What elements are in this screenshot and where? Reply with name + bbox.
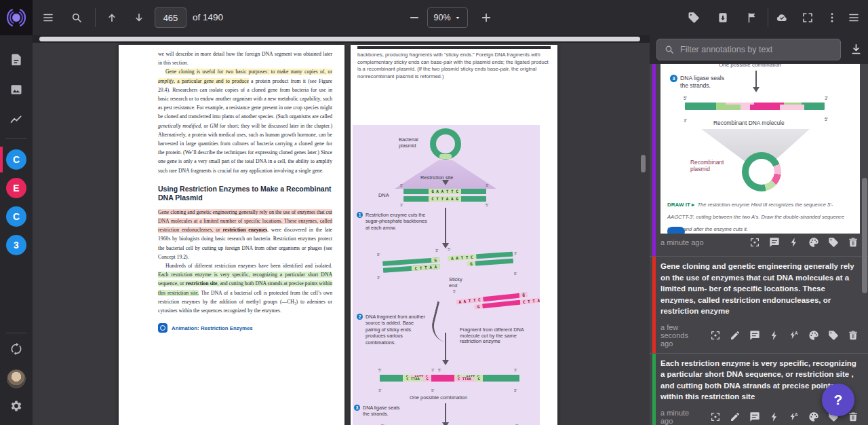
- tag-icon[interactable]: [828, 237, 839, 248]
- draw-it-text: The restriction enzyme Hind III recogniz…: [667, 202, 844, 232]
- fig-end-label: 3′: [514, 251, 517, 255]
- download-annotations-icon[interactable]: [850, 43, 863, 56]
- fig-plasmid-notch: [439, 154, 452, 159]
- thumbnails-icon[interactable]: [9, 83, 23, 96]
- fig-end-label: 5′: [431, 388, 434, 392]
- paragraph: Hundreds of different restriction enzyme…: [158, 261, 332, 315]
- zoom-out-icon[interactable]: [408, 12, 420, 24]
- animation-link[interactable]: Animation: Restriction Enzymes: [158, 323, 332, 333]
- horizontal-scrollbar-thumb[interactable]: [39, 37, 640, 41]
- comment-icon[interactable]: [769, 237, 780, 248]
- help-button[interactable]: ?: [822, 384, 854, 416]
- tag-icon[interactable]: [828, 330, 839, 341]
- chevron-down-icon: [454, 14, 462, 22]
- delete-annotation-icon[interactable]: [848, 411, 859, 422]
- sync-icon[interactable]: [9, 342, 23, 356]
- annotation-footer: a few seconds ago: [650, 320, 868, 353]
- sidebar-menu-icon[interactable]: [42, 12, 54, 24]
- user-avatar[interactable]: [7, 369, 26, 388]
- auto-flashcard-icon[interactable]: [789, 330, 800, 341]
- more-options-icon[interactable]: [826, 12, 838, 24]
- annotation-card-2[interactable]: Gene cloning and genetic engineering gen…: [650, 257, 868, 353]
- flashcard-icon[interactable]: [769, 411, 780, 422]
- color-palette-icon[interactable]: [808, 237, 819, 248]
- fig-end-label: 5′: [514, 388, 517, 392]
- figure-20-5: Bacterial plasmid Restriction site DNA 5…: [353, 125, 540, 425]
- draw-it-label: DRAW IT ▸: [667, 202, 694, 208]
- step-number: 1: [357, 212, 363, 218]
- color-palette-icon[interactable]: [808, 411, 819, 422]
- comment-icon[interactable]: [749, 411, 760, 422]
- mini-end-label: 3′: [825, 96, 828, 100]
- fig-end-label: 5′: [448, 247, 450, 251]
- delete-annotation-icon[interactable]: [848, 330, 859, 341]
- flashcard-icon[interactable]: [789, 237, 800, 248]
- zoom-in-icon[interactable]: [480, 12, 492, 24]
- paragraph: Gene cloning and genetic engineering gen…: [158, 208, 332, 261]
- fig-end-label: 3′: [435, 248, 438, 253]
- fig-end-label: 5′: [438, 368, 441, 372]
- color-palette-icon[interactable]: [808, 330, 819, 341]
- edit-annotation-icon[interactable]: [730, 330, 741, 341]
- avatar-label: 3: [14, 240, 19, 251]
- annotation-filter-input[interactable]: [680, 45, 833, 54]
- fig-end-label: 5′: [486, 203, 488, 207]
- document-outline-icon[interactable]: [9, 53, 23, 67]
- fig-seq-gaattc: G A A T T C: [429, 189, 461, 194]
- auto-flashcard-icon[interactable]: [789, 411, 800, 422]
- fig-end-label: 3′: [514, 368, 517, 372]
- pdf-page-left: we will describe in more detail how the …: [119, 45, 344, 425]
- collaborator-avatar-4[interactable]: 3: [6, 235, 26, 255]
- fullscreen-icon[interactable]: [802, 12, 814, 24]
- fig-end-label: 3′: [486, 183, 488, 187]
- search-icon: [664, 44, 675, 55]
- fig-end-label: 3′: [378, 388, 381, 392]
- flashcard-icon[interactable]: [769, 330, 780, 341]
- fig-end-label: 3′: [400, 203, 403, 207]
- zoom-level-dropdown[interactable]: 90%: [427, 7, 468, 28]
- page-left-text: we will describe in more detail how the …: [119, 45, 344, 333]
- search-icon[interactable]: [71, 12, 83, 24]
- pdf-page-right: backbones, producing fragments with “sti…: [351, 45, 557, 425]
- fig-arrow-down: [445, 403, 446, 425]
- panel-scrollbar-thumb[interactable]: [862, 178, 867, 293]
- activity-chart-icon[interactable]: [9, 113, 23, 126]
- fig-end-label: 5′: [400, 183, 403, 187]
- delete-annotation-icon[interactable]: [848, 237, 859, 248]
- comment-icon[interactable]: [749, 330, 760, 341]
- annotation-card-1[interactable]: One possible combination 3 DNA ligase se…: [650, 64, 868, 256]
- locate-annotation-icon[interactable]: [710, 330, 721, 341]
- collaborator-avatar-1[interactable]: C: [6, 149, 26, 170]
- annotation-image-thumbnail[interactable]: One possible combination 3 DNA ligase se…: [660, 64, 860, 234]
- cloud-sync-icon[interactable]: [776, 12, 788, 24]
- avatar-label: C: [13, 211, 20, 222]
- panel-toggle-icon[interactable]: [848, 12, 860, 24]
- annotation-filter-box[interactable]: [656, 39, 841, 60]
- fig-arrow: [445, 182, 446, 184]
- collaborator-avatar-2[interactable]: E: [6, 178, 26, 198]
- paragraph: we will describe in more detail how the …: [158, 50, 332, 67]
- viewer-vertical-scrollbar-thumb[interactable]: [641, 155, 646, 172]
- fig-seq-cttaag: C T T A A G: [429, 196, 461, 202]
- settings-gear-icon[interactable]: [9, 399, 23, 413]
- previous-page-icon[interactable]: [106, 12, 118, 24]
- next-page-icon[interactable]: [133, 12, 145, 24]
- step-text: DNA ligase seals the strands.: [363, 405, 403, 418]
- toolbar-divider: [768, 8, 768, 27]
- mini-label-recombinant-plasmid: Recombinant plasmid: [690, 159, 739, 172]
- tag-icon[interactable]: [688, 12, 700, 24]
- collaborator-avatar-3[interactable]: C: [6, 206, 26, 227]
- edit-annotation-icon[interactable]: [730, 411, 741, 422]
- page-number-input[interactable]: [155, 7, 186, 28]
- fig-fragment-right: A A T T C G: [448, 252, 513, 257]
- locate-annotation-icon[interactable]: [749, 237, 760, 248]
- fig-step-1: 1 Restriction enzyme cuts the sugar-phos…: [357, 212, 427, 231]
- locate-annotation-icon[interactable]: [710, 411, 721, 422]
- archive-save-icon[interactable]: [717, 12, 729, 24]
- annotation-color-strip: [652, 257, 656, 353]
- fig-end-label: 3′: [522, 292, 525, 296]
- app-logo[interactable]: [0, 0, 33, 35]
- fig-curved-arrow: [429, 301, 455, 343]
- fig-label-one-possible: One possible combination: [410, 395, 491, 401]
- flag-icon[interactable]: [746, 12, 758, 24]
